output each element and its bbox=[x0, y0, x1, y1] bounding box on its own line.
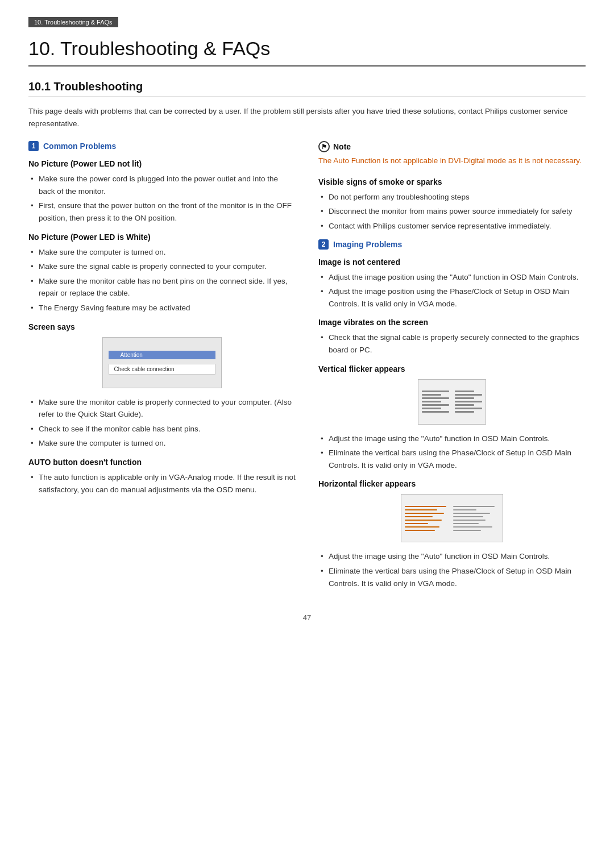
h-flicker-panel-left bbox=[405, 498, 451, 538]
list-item: The auto function is applicable only in … bbox=[28, 471, 296, 496]
h-line bbox=[453, 506, 495, 507]
no-picture-led-white-heading: No Picture (Power LED is White) bbox=[28, 232, 296, 242]
flicker-col-left bbox=[422, 391, 449, 413]
imaging-problems-label: Imaging Problems bbox=[333, 240, 402, 249]
list-item: Adjust the image position using the "Aut… bbox=[318, 271, 586, 284]
horizontal-flicker-list: Adjust the image using the "Auto" functi… bbox=[318, 550, 586, 589]
h-line bbox=[453, 513, 490, 514]
right-column: ⚑ Note The Auto Function is not applicab… bbox=[318, 141, 586, 596]
list-item: Eliminate the vertical bars using the Ph… bbox=[318, 447, 586, 471]
list-item: First, ensure that the power button on t… bbox=[28, 200, 296, 224]
screen-message-text: Check cable connection bbox=[109, 364, 215, 375]
list-item: Adjust the image position using the Phas… bbox=[318, 285, 586, 310]
two-col-layout: 1 Common Problems No Picture (Power LED … bbox=[28, 141, 586, 596]
image-vibrates-heading: Image vibrates on the screen bbox=[318, 318, 586, 327]
h-line bbox=[405, 526, 439, 528]
list-item: Make sure the computer is turned on. bbox=[28, 246, 296, 259]
auto-button-list: The auto function is applicable only in … bbox=[28, 471, 296, 496]
badge-section-2: 2 Imaging Problems bbox=[318, 239, 586, 250]
note-text: The Auto Function is not applicable in D… bbox=[318, 155, 586, 167]
flicker-line bbox=[422, 394, 441, 396]
h-line bbox=[453, 526, 492, 528]
flicker-line bbox=[422, 404, 449, 406]
no-picture-led-off-list: Make sure the power cord is plugged into… bbox=[28, 173, 296, 224]
note-icon: ⚑ bbox=[318, 141, 330, 152]
vertical-flicker-image bbox=[418, 379, 486, 425]
h-line bbox=[453, 523, 479, 524]
vertical-flicker-list: Adjust the image using the "Auto" functi… bbox=[318, 433, 586, 472]
list-item: Eliminate the vertical bars using the Ph… bbox=[318, 565, 586, 589]
list-item: Check to see if the monitor cable has be… bbox=[28, 423, 296, 435]
flicker-col-right bbox=[455, 391, 482, 413]
list-item: Adjust the image using the "Auto" functi… bbox=[318, 433, 586, 445]
common-problems-label: Common Problems bbox=[43, 142, 116, 151]
list-item: Make sure the monitor cable is properly … bbox=[28, 396, 296, 421]
visible-smoke-list: Do not perform any troubleshooting steps… bbox=[318, 191, 586, 232]
list-item: Check that the signal cable is properly … bbox=[318, 331, 586, 356]
h-line bbox=[405, 516, 433, 517]
no-picture-led-white-list: Make sure the computer is turned on. Mak… bbox=[28, 246, 296, 314]
vertical-flicker-heading: Vertical flicker appears bbox=[318, 364, 586, 373]
flicker-line bbox=[455, 394, 482, 396]
flicker-line bbox=[422, 411, 449, 413]
list-item: Make sure the signal cable is properly c… bbox=[28, 260, 296, 273]
flicker-line bbox=[455, 408, 482, 409]
h-line bbox=[405, 509, 437, 510]
flicker-line bbox=[455, 404, 474, 406]
badge-2: 2 bbox=[318, 239, 329, 250]
list-item: Do not perform any troubleshooting steps bbox=[318, 191, 586, 203]
screen-attention-text: Attention bbox=[109, 351, 215, 359]
h-line bbox=[453, 520, 486, 521]
h-line bbox=[405, 520, 442, 521]
horizontal-flicker-heading: Horizontal flicker appears bbox=[318, 479, 586, 488]
horizontal-flicker-image bbox=[401, 494, 503, 542]
screen-says-list: Make sure the monitor cable is properly … bbox=[28, 396, 296, 450]
flicker-line bbox=[455, 401, 482, 402]
badge-section-1: 1 Common Problems bbox=[28, 141, 296, 151]
list-item: Contact with Philips customer service re… bbox=[318, 220, 586, 232]
h-flicker-panel-right bbox=[453, 498, 499, 538]
flicker-line bbox=[422, 408, 441, 409]
no-picture-led-off-heading: No Picture (Power LED not lit) bbox=[28, 159, 296, 168]
badge-1: 1 bbox=[28, 141, 39, 151]
flicker-line bbox=[422, 401, 441, 402]
image-vibrates-list: Check that the signal cable is properly … bbox=[318, 331, 586, 356]
list-item: Make sure the computer is turned on. bbox=[28, 437, 296, 450]
screen-says-heading: Screen says bbox=[28, 322, 296, 331]
flicker-line bbox=[455, 391, 474, 392]
flicker-line bbox=[455, 411, 474, 413]
breadcrumb: 10. Troubleshooting & FAQs bbox=[28, 17, 118, 27]
page-number: 47 bbox=[28, 613, 586, 622]
list-item: Make sure the power cord is plugged into… bbox=[28, 173, 296, 197]
page: 10. Troubleshooting & FAQs 10. Troublesh… bbox=[0, 0, 614, 868]
note-box: ⚑ Note The Auto Function is not applicab… bbox=[318, 141, 586, 167]
image-not-centered-list: Adjust the image position using the "Aut… bbox=[318, 271, 586, 310]
left-column: 1 Common Problems No Picture (Power LED … bbox=[28, 141, 296, 596]
list-item: The Energy Saving feature may be activat… bbox=[28, 302, 296, 314]
auto-button-heading: AUTO button doesn't function bbox=[28, 458, 296, 467]
h-line bbox=[453, 530, 481, 531]
h-line bbox=[453, 516, 483, 517]
flicker-line bbox=[422, 391, 449, 392]
h-line bbox=[405, 530, 435, 531]
main-title: 10. Troubleshooting & FAQs bbox=[28, 38, 586, 67]
screen-simulation: Attention Check cable connection bbox=[102, 337, 222, 388]
section-title: 10.1 Troubleshooting bbox=[28, 80, 586, 97]
h-line bbox=[405, 506, 446, 507]
flicker-line bbox=[455, 397, 474, 399]
list-item: Disconnect the monitor from mains power … bbox=[318, 205, 586, 218]
h-line bbox=[405, 513, 444, 514]
h-line bbox=[453, 509, 476, 510]
image-not-centered-heading: Image is not centered bbox=[318, 258, 586, 267]
note-header: ⚑ Note bbox=[318, 141, 586, 152]
intro-text: This page deals with problems that can b… bbox=[28, 105, 586, 130]
visible-smoke-heading: Visible signs of smoke or sparks bbox=[318, 177, 586, 186]
list-item: Adjust the image using the "Auto" functi… bbox=[318, 550, 586, 563]
h-line bbox=[405, 523, 428, 524]
note-label: Note bbox=[333, 142, 351, 151]
list-item: Make sure the monitor cable has no bent … bbox=[28, 275, 296, 300]
flicker-line bbox=[422, 397, 449, 399]
